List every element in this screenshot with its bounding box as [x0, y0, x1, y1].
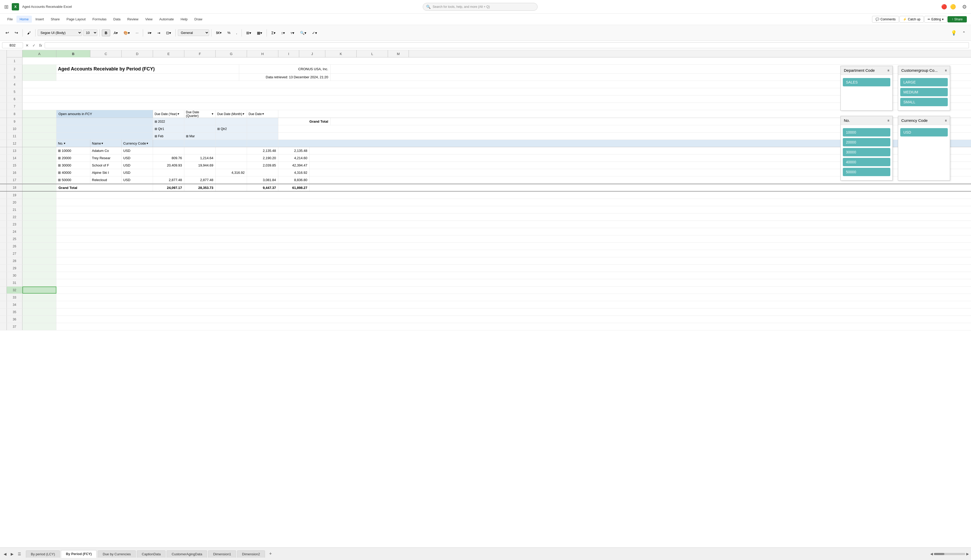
cell-14-curr: USD [122, 155, 153, 162]
undo-button[interactable]: ↩ [3, 29, 11, 37]
slicer-item-medium[interactable]: MEDIUM [900, 88, 948, 96]
col-header-G[interactable]: G [216, 50, 247, 57]
slicer-filter-icon[interactable]: ≡ [888, 68, 889, 72]
col-header-M[interactable]: M [388, 50, 409, 57]
tab-customer-aging[interactable]: CustomerAgingData [167, 550, 207, 558]
slicer-no-filter-icon[interactable]: ≡ [888, 119, 889, 122]
sum-button[interactable]: Σ▾ [269, 30, 278, 36]
slicer-item-40000[interactable]: 40000 [843, 158, 890, 166]
col-header-L[interactable]: L [357, 50, 388, 57]
slicer-item-sales[interactable]: SALES [843, 78, 890, 87]
format-select[interactable]: General [178, 30, 209, 36]
table-row: 23 [0, 221, 971, 228]
cell-reference-input[interactable]: B32 [2, 42, 23, 48]
table-button[interactable]: ⊞▾ [244, 30, 254, 36]
menu-file[interactable]: File [4, 16, 16, 23]
slicer-item-large[interactable]: LARGE [900, 78, 948, 87]
paint-format-button[interactable]: 🖌 [25, 30, 33, 36]
sheet-list-icon[interactable]: ☰ [16, 552, 23, 557]
formula-input[interactable] [45, 42, 969, 48]
currency-button[interactable]: $€▾ [214, 30, 224, 36]
cell-due-date-year[interactable]: Due Date (Year) ▼ [153, 110, 184, 118]
ideas-button[interactable]: 💡 [949, 29, 959, 37]
col-header-J[interactable]: J [299, 50, 325, 57]
slicer-item-20000[interactable]: 20000 [843, 138, 890, 147]
menu-review[interactable]: Review [124, 16, 142, 23]
scroll-right-icon[interactable]: ▶ [966, 552, 969, 556]
col-currency-header[interactable]: Currency Code ▼ [122, 140, 153, 147]
slicer-item-50000[interactable]: 50000 [843, 168, 890, 176]
menu-automate[interactable]: Automate [156, 16, 177, 23]
conditional-format-button[interactable]: ▦▾ [255, 30, 264, 36]
more-button[interactable]: ··· [133, 30, 141, 36]
expand-button[interactable]: ⌃ [960, 30, 968, 36]
add-sheet-button[interactable]: + [266, 550, 275, 558]
tab-caption-data[interactable]: CaptionData [137, 550, 165, 558]
filter-button[interactable]: ▿▾ [288, 30, 297, 36]
confirm-icon[interactable]: ✓ [31, 43, 37, 47]
scroll-left-icon[interactable]: ◀ [930, 552, 933, 556]
slicer-item-small[interactable]: SMALL [900, 98, 948, 106]
wrap-button[interactable]: ⊡▾ [164, 30, 174, 36]
menu-insert[interactable]: Insert [32, 16, 47, 23]
menu-share[interactable]: Share [48, 16, 63, 23]
check-button[interactable]: ✓▾ [310, 30, 319, 36]
menu-draw[interactable]: Draw [191, 16, 205, 23]
tab-dimension2[interactable]: Dimension2 [237, 550, 265, 558]
cell-15-no: ⊞ 30000 [57, 162, 90, 169]
settings-icon[interactable]: ⚙ [962, 3, 967, 10]
comments-button[interactable]: 💬 Comments [872, 16, 899, 23]
cancel-icon[interactable]: ✕ [25, 43, 30, 47]
menu-home[interactable]: Home [17, 16, 32, 23]
menu-view[interactable]: View [142, 16, 155, 23]
col-header-F[interactable]: F [184, 50, 216, 57]
slicer-customergroup-filter-icon[interactable]: ≡ [945, 68, 947, 72]
catch-up-button[interactable]: ⚡ Catch up [899, 16, 924, 23]
align-button[interactable]: ≡▾ [145, 30, 154, 36]
col-header-B[interactable]: B [57, 50, 90, 57]
slicer-item-10000[interactable]: 10000 [843, 128, 890, 137]
fill-color-button[interactable]: 🎨▾ [121, 30, 132, 36]
col-header-C[interactable]: C [90, 50, 122, 57]
menu-page-layout[interactable]: Page Layout [63, 16, 89, 23]
fx-icon[interactable]: fx [38, 43, 43, 47]
indent-button[interactable]: ⇥ [155, 30, 163, 36]
col-header-I[interactable]: I [278, 50, 299, 57]
cell-b2[interactable]: Aged Accounts Receivable by Period (FCY) [57, 65, 239, 73]
col-header-E[interactable]: E [153, 50, 184, 57]
col-no-header[interactable]: No. ▼ [57, 140, 90, 147]
bold-button[interactable]: B [102, 30, 110, 36]
col-name-header[interactable]: Name ▼ [90, 140, 122, 147]
cell-due-date-month[interactable]: Due Date (Month) ▼ [216, 110, 247, 118]
col-header-D[interactable]: D [122, 50, 153, 57]
cell-due-date[interactable]: Due Date ▼ [247, 110, 278, 118]
menu-formulas[interactable]: Formulas [89, 16, 110, 23]
share-button[interactable]: ↑ Share [948, 16, 967, 22]
font-size-select[interactable]: 10 [83, 30, 97, 36]
redo-button[interactable]: ↪ [12, 29, 20, 37]
col-header-H[interactable]: H [247, 50, 278, 57]
slicer-currency-filter-icon[interactable]: ≡ [945, 119, 947, 122]
font-name-select[interactable]: Segoe UI (Body) [38, 30, 82, 36]
nav-left-icon[interactable]: ◀ [2, 552, 8, 557]
cell-due-date-quarter[interactable]: Due Date (Quarter) ▼ [184, 110, 216, 118]
slicer-item-usd[interactable]: USD [900, 128, 948, 137]
col-header-K[interactable]: K [325, 50, 357, 57]
tab-by-period-lcy[interactable]: By period (LCY) [26, 550, 60, 558]
nav-right-icon[interactable]: ▶ [9, 552, 15, 557]
comma-button[interactable]: , [234, 30, 240, 36]
font-color-button[interactable]: A▾ [111, 30, 120, 36]
menu-help[interactable]: Help [178, 16, 191, 23]
search-bar[interactable]: 🔍 Search for tools, help, and more (Alt … [423, 3, 537, 11]
percent-button[interactable]: % [225, 30, 233, 36]
col-header-A[interactable]: A [22, 50, 57, 57]
menu-data[interactable]: Data [110, 16, 123, 23]
sort-button[interactable]: ↕▾ [279, 30, 287, 36]
scroll-bar[interactable] [934, 553, 965, 555]
tab-by-period-fcy[interactable]: By Period (FCY) [61, 550, 97, 558]
find-button[interactable]: 🔍▾ [298, 30, 309, 36]
slicer-item-30000[interactable]: 30000 [843, 148, 890, 156]
tab-due-by-currencies[interactable]: Due by Currencies [98, 550, 136, 558]
tab-dimension1[interactable]: Dimension1 [208, 550, 236, 558]
editing-button[interactable]: ✏ Editing ▾ [924, 16, 947, 23]
